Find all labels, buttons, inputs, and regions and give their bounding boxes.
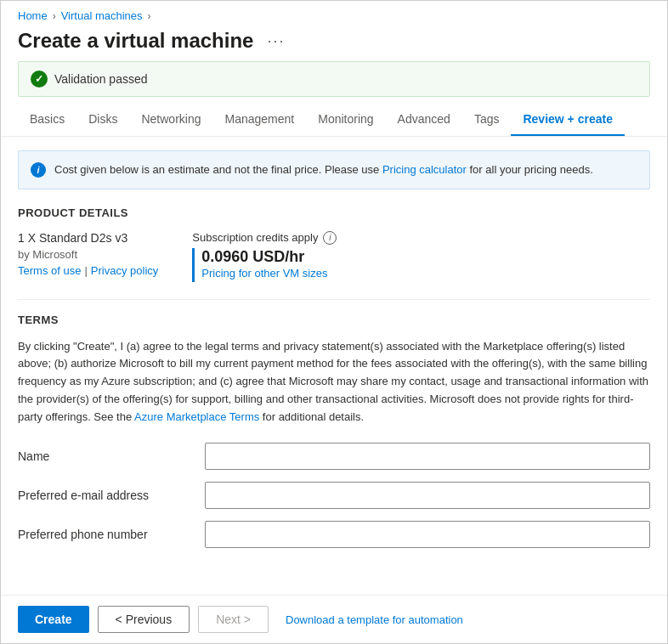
privacy-policy-link[interactable]: Privacy policy — [91, 264, 158, 277]
name-input[interactable] — [205, 443, 650, 470]
validation-message: Validation passed — [54, 72, 147, 86]
section-divider — [18, 299, 650, 300]
tab-networking[interactable]: Networking — [129, 104, 212, 136]
automation-template-link[interactable]: Download a template for automation — [286, 613, 463, 626]
terms-text-after: for additional details. — [259, 410, 364, 423]
subscription-info-icon[interactable]: i — [323, 231, 337, 245]
product-row: 1 X Standard D2s v3 by Microsoft Terms o… — [18, 231, 650, 282]
email-form-row: Preferred e-mail address — [18, 482, 650, 509]
info-text-after: for all your pricing needs. — [467, 163, 593, 176]
footer-bar: Create < Previous Next > Download a temp… — [1, 595, 667, 643]
tab-tags[interactable]: Tags — [462, 104, 512, 136]
page-title-row: Create a virtual machine ··· — [1, 25, 667, 61]
tab-disks[interactable]: Disks — [76, 104, 129, 136]
create-button[interactable]: Create — [18, 606, 89, 633]
tab-monitoring[interactable]: Monitoring — [306, 104, 385, 136]
validation-banner: Validation passed — [18, 61, 650, 97]
terms-text: By clicking "Create", I (a) agree to the… — [18, 338, 650, 427]
page-title: Create a virtual machine — [18, 29, 253, 53]
subscription-label: Subscription credits apply i — [192, 231, 337, 245]
terms-of-use-link[interactable]: Terms of use — [18, 264, 81, 277]
check-icon — [31, 71, 48, 88]
info-text-before: Cost given below is an estimate and not … — [54, 163, 382, 176]
name-label: Name — [18, 449, 205, 463]
azure-marketplace-terms-link[interactable]: Azure Marketplace Terms — [134, 410, 259, 423]
info-icon — [31, 162, 46, 178]
content-area: Cost given below is an estimate and not … — [1, 137, 667, 595]
tab-advanced[interactable]: Advanced — [386, 104, 462, 136]
price-block: 0.0960 USD/hr Pricing for other VM sizes — [201, 248, 327, 280]
price-main: 0.0960 USD/hr — [201, 248, 327, 266]
phone-input[interactable] — [205, 521, 650, 548]
subscription-label-text: Subscription credits apply — [192, 231, 318, 244]
product-by: by Microsoft — [18, 248, 158, 261]
name-form-row: Name — [18, 443, 650, 470]
product-name: 1 X Standard D2s v3 — [18, 231, 158, 245]
tab-review-create[interactable]: Review + create — [511, 104, 624, 136]
tab-basics[interactable]: Basics — [18, 104, 76, 136]
pricing-vm-sizes-link[interactable]: Pricing for other VM sizes — [201, 267, 327, 280]
product-right: Subscription credits apply i 0.0960 USD/… — [192, 231, 337, 282]
tab-management[interactable]: Management — [213, 104, 307, 136]
link-separator: | — [84, 264, 87, 277]
phone-label: Preferred phone number — [18, 528, 205, 541]
tabs-row: Basics Disks Networking Management Monit… — [1, 104, 667, 137]
main-container: Home › Virtual machines › Create a virtu… — [0, 0, 668, 644]
phone-form-row: Preferred phone number — [18, 521, 650, 548]
email-label: Preferred e-mail address — [18, 489, 205, 502]
email-input[interactable] — [205, 482, 650, 509]
breadcrumb: Home › Virtual machines › — [1, 1, 667, 25]
previous-button[interactable]: < Previous — [98, 606, 190, 633]
product-links: Terms of use | Privacy policy — [18, 264, 158, 277]
product-details-header: PRODUCT DETAILS — [18, 206, 650, 219]
info-banner: Cost given below is an estimate and not … — [18, 150, 650, 189]
info-text: Cost given below is an estimate and not … — [54, 161, 593, 178]
price-bar — [192, 248, 195, 282]
breadcrumb-vms[interactable]: Virtual machines — [61, 9, 143, 22]
breadcrumb-home[interactable]: Home — [18, 9, 48, 22]
pricing-calculator-link[interactable]: Pricing calculator — [382, 163, 467, 176]
breadcrumb-sep1: › — [53, 10, 56, 22]
terms-header: TERMS — [18, 314, 650, 326]
price-row: 0.0960 USD/hr Pricing for other VM sizes — [192, 248, 337, 282]
breadcrumb-sep2: › — [148, 10, 151, 22]
next-button: Next > — [198, 606, 269, 633]
ellipsis-button[interactable]: ··· — [262, 31, 290, 52]
product-left: 1 X Standard D2s v3 by Microsoft Terms o… — [18, 231, 158, 282]
